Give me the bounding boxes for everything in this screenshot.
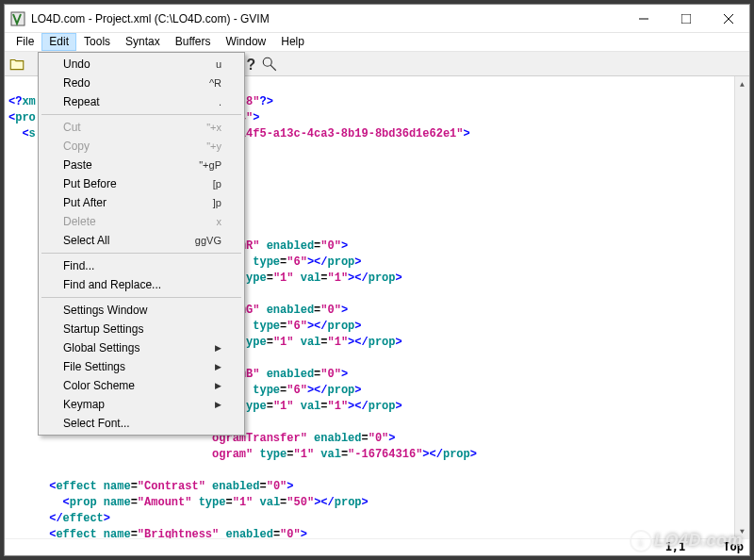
menu-item-select-font[interactable]: Select Font... (41, 414, 242, 433)
svg-rect-2 (681, 14, 691, 24)
chevron-right-icon: ▶ (215, 381, 221, 390)
chevron-right-icon: ▶ (215, 343, 221, 353)
menu-item-put-after[interactable]: Put After]p (41, 193, 242, 212)
menu-item-paste[interactable]: Paste"+gP (41, 156, 242, 174)
scroll-position: Top (723, 539, 744, 555)
menu-window[interactable]: Window (219, 33, 274, 51)
open-icon[interactable] (8, 56, 25, 73)
vertical-scrollbar[interactable]: ▲ ▼ (734, 76, 749, 538)
menu-item-find[interactable]: Find... (41, 256, 242, 275)
menu-item-file-settings[interactable]: File Settings▶ (41, 357, 242, 376)
window-controls (622, 6, 749, 32)
menu-item-settings-window[interactable]: Settings Window (41, 301, 242, 320)
cursor-position: 1,1 (665, 539, 686, 555)
menu-item-copy: Copy"+y (41, 137, 242, 156)
menu-syntax[interactable]: Syntax (118, 33, 168, 51)
titlebar: LO4D.com - Project.xml (C:\LO4D.com) - G… (5, 5, 749, 33)
window-title: LO4D.com - Project.xml (C:\LO4D.com) - G… (31, 12, 622, 25)
app-icon (10, 11, 25, 26)
menu-item-global-settings[interactable]: Global Settings▶ (41, 338, 242, 357)
svg-point-15 (263, 58, 271, 66)
menu-item-undo[interactable]: Undou (41, 55, 242, 74)
menu-item-select-all[interactable]: Select AllggVG (41, 231, 242, 250)
menu-item-cut: Cut"+x (41, 118, 242, 137)
chevron-right-icon: ▶ (215, 362, 221, 371)
menu-item-find-and-replace[interactable]: Find and Replace... (41, 275, 242, 294)
menu-item-delete: Deletex (41, 212, 242, 231)
menu-item-keymap[interactable]: Keymap▶ (41, 395, 242, 414)
menu-tools[interactable]: Tools (76, 33, 118, 51)
search-icon[interactable] (261, 56, 278, 73)
scroll-up-icon[interactable]: ▲ (735, 76, 749, 91)
menu-item-repeat[interactable]: Repeat. (41, 92, 242, 111)
minimize-button[interactable] (622, 6, 664, 32)
menu-help[interactable]: Help (273, 33, 312, 51)
menu-item-color-scheme[interactable]: Color Scheme▶ (41, 376, 242, 395)
menu-item-startup-settings[interactable]: Startup Settings (41, 320, 242, 338)
menu-file[interactable]: File (8, 33, 41, 51)
close-button[interactable] (707, 6, 749, 32)
chevron-right-icon: ▶ (215, 400, 221, 409)
menu-item-put-before[interactable]: Put Before[p (41, 174, 242, 193)
maximize-button[interactable] (664, 6, 707, 32)
menubar: File Edit Tools Syntax Buffers Window He… (5, 33, 749, 52)
menu-edit[interactable]: Edit (41, 33, 76, 51)
edit-menu-dropdown: UndouRedo^RRepeat.Cut"+xCopy"+yPaste"+gP… (38, 52, 245, 436)
svg-line-16 (270, 65, 276, 71)
menu-item-redo[interactable]: Redo^R (41, 74, 242, 92)
svg-text:?: ? (247, 56, 256, 72)
status-line: 1,1 Top (5, 538, 749, 555)
menu-buffers[interactable]: Buffers (168, 33, 219, 51)
scroll-down-icon[interactable]: ▼ (735, 523, 749, 538)
